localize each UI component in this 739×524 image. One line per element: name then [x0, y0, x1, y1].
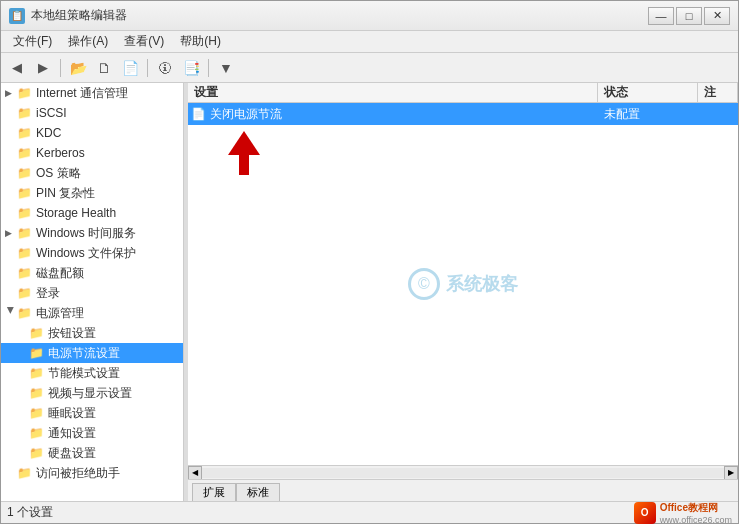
minimize-button[interactable]: — — [648, 7, 674, 25]
watermark-circle: © — [408, 268, 440, 300]
menu-help[interactable]: 帮助(H) — [172, 31, 229, 52]
tree-item-disk[interactable]: 📁 硬盘设置 — [1, 443, 183, 463]
tree-item-notification[interactable]: 📁 通知设置 — [1, 423, 183, 443]
folder-icon-notification: 📁 — [29, 426, 45, 440]
expand-arrow-power-mode — [17, 368, 29, 378]
tree-label-storage: Storage Health — [36, 206, 116, 220]
folder-icon-kerberos: 📁 — [17, 146, 33, 160]
toolbar-btn-action[interactable]: 📄 — [118, 57, 142, 79]
tree-item-login[interactable]: 📁 登录 — [1, 283, 183, 303]
settings-row-status: 未配置 — [598, 106, 698, 123]
folder-icon-disk: 📁 — [29, 446, 45, 460]
settings-row-icon: 📄 — [188, 107, 208, 121]
tree-item-storage[interactable]: 📁 Storage Health — [1, 203, 183, 223]
scroll-right-button[interactable]: ▶ — [724, 466, 738, 480]
tab-standard[interactable]: 标准 — [236, 483, 280, 501]
tree-label-disk: 硬盘设置 — [48, 445, 96, 462]
expand-arrow-iscsi — [5, 108, 17, 118]
folder-icon-video-display: 📁 — [29, 386, 45, 400]
bottom-tabs: 扩展 标准 — [188, 479, 738, 501]
expand-arrow-login — [5, 288, 17, 298]
tree-item-power-mgmt[interactable]: ▶ 📁 电源管理 — [1, 303, 183, 323]
status-column-label: 状态 — [604, 84, 628, 101]
expand-arrow-denied — [5, 468, 17, 478]
menu-file[interactable]: 文件(F) — [5, 31, 60, 52]
tree-label-power-mgmt: 电源管理 — [36, 305, 84, 322]
menu-view[interactable]: 查看(V) — [116, 31, 172, 52]
tree-label-notification: 通知设置 — [48, 425, 96, 442]
restore-button[interactable]: □ — [676, 7, 702, 25]
tree-label-button-settings: 按钮设置 — [48, 325, 96, 342]
expand-arrow-disk — [17, 448, 29, 458]
back-button[interactable]: ◀ — [5, 57, 29, 79]
tree-label-power-mode: 节能模式设置 — [48, 365, 120, 382]
toolbar-btn-new[interactable]: 🗋 — [92, 57, 116, 79]
folder-icon-disk-config: 📁 — [17, 266, 33, 280]
folder-icon-os: 📁 — [17, 166, 33, 180]
menu-bar: 文件(F) 操作(A) 查看(V) 帮助(H) — [1, 31, 738, 53]
tree-item-windows-time[interactable]: ▶ 📁 Windows 时间服务 — [1, 223, 183, 243]
tree-item-denied[interactable]: 📁 访问被拒绝助手 — [1, 463, 183, 483]
tree-label-power-throttle: 电源节流设置 — [48, 345, 120, 362]
tree-panel: ▶ 📁 Internet 通信管理 📁 iSCSI 📁 KDC 📁 Kerber… — [1, 83, 184, 501]
tree-label-os: OS 策略 — [36, 165, 81, 182]
tree-item-kerberos[interactable]: 📁 Kerberos — [1, 143, 183, 163]
tree-item-video-display[interactable]: 📁 视频与显示设置 — [1, 383, 183, 403]
title-bar: 📋 本地组策略编辑器 — □ ✕ — [1, 1, 738, 31]
toolbar-sep-3 — [208, 59, 209, 77]
tree-item-sleep[interactable]: 📁 睡眠设置 — [1, 403, 183, 423]
toolbar-btn-open[interactable]: 📂 — [66, 57, 90, 79]
tree-label-denied: 访问被拒绝助手 — [36, 465, 120, 482]
folder-icon-sleep: 📁 — [29, 406, 45, 420]
toolbar: ◀ ▶ 📂 🗋 📄 🛈 📑 ▼ — [1, 53, 738, 83]
main-content: ▶ 📁 Internet 通信管理 📁 iSCSI 📁 KDC 📁 Kerber… — [1, 83, 738, 501]
tree-item-button-settings[interactable]: 📁 按钮设置 — [1, 323, 183, 343]
tree-label-sleep: 睡眠设置 — [48, 405, 96, 422]
close-button[interactable]: ✕ — [704, 7, 730, 25]
horizontal-scrollbar[interactable]: ◀ ▶ — [188, 465, 738, 479]
tree-label-disk-config: 磁盘配额 — [36, 265, 84, 282]
office-site-url: www.office26.com — [660, 515, 732, 525]
toolbar-btn-extra[interactable]: 📑 — [179, 57, 203, 79]
settings-column-label: 设置 — [194, 84, 218, 101]
folder-icon-power-throttle: 📁 — [29, 346, 45, 360]
expand-arrow-power-mgmt: ▶ — [6, 307, 16, 319]
status-column-header: 状态 — [598, 83, 698, 102]
folder-icon-power-mgmt: 📁 — [17, 306, 33, 320]
folder-icon-pin: 📁 — [17, 186, 33, 200]
scroll-left-button[interactable]: ◀ — [188, 466, 202, 480]
forward-button[interactable]: ▶ — [31, 57, 55, 79]
folder-icon-storage: 📁 — [17, 206, 33, 220]
folder-icon-windows-file: 📁 — [17, 246, 33, 260]
scroll-track[interactable] — [202, 468, 724, 478]
tree-item-iscsi[interactable]: 📁 iSCSI — [1, 103, 183, 123]
tree-item-power-mode[interactable]: 📁 节能模式设置 — [1, 363, 183, 383]
office-logo-letter: O — [641, 507, 649, 518]
toolbar-sep-2 — [147, 59, 148, 77]
tree-item-windows-file[interactable]: 📁 Windows 文件保护 — [1, 243, 183, 263]
right-panel: 设置 状态 注 📄 关闭电源节流 未配置 — [188, 83, 738, 501]
office-logo-icon: O — [634, 502, 656, 524]
folder-icon-denied: 📁 — [17, 466, 33, 480]
tree-item-internet[interactable]: ▶ 📁 Internet 通信管理 — [1, 83, 183, 103]
tree-label-iscsi: iSCSI — [36, 106, 67, 120]
tree-label-login: 登录 — [36, 285, 60, 302]
expand-arrow-power-throttle — [17, 348, 29, 358]
office-site-name: Office教程网 — [660, 501, 732, 515]
menu-action[interactable]: 操作(A) — [60, 31, 116, 52]
tree-item-os[interactable]: 📁 OS 策略 — [1, 163, 183, 183]
expand-arrow-video-display — [17, 388, 29, 398]
tab-expand[interactable]: 扩展 — [192, 483, 236, 501]
tree-item-kdc[interactable]: 📁 KDC — [1, 123, 183, 143]
status-text: 1 个设置 — [7, 504, 53, 521]
toolbar-btn-info[interactable]: 🛈 — [153, 57, 177, 79]
watermark-text: 系统极客 — [446, 272, 518, 296]
tree-item-pin[interactable]: 📁 PIN 复杂性 — [1, 183, 183, 203]
tree-item-power-throttle[interactable]: 📁 电源节流设置 — [1, 343, 183, 363]
tree-item-disk-config[interactable]: 📁 磁盘配额 — [1, 263, 183, 283]
expand-arrow-internet: ▶ — [5, 88, 17, 98]
folder-icon-windows-time: 📁 — [17, 226, 33, 240]
settings-row-close-throttle[interactable]: 📄 关闭电源节流 未配置 — [188, 103, 738, 125]
toolbar-btn-filter[interactable]: ▼ — [214, 57, 238, 79]
office-logo-text-group: Office教程网 www.office26.com — [660, 501, 732, 525]
